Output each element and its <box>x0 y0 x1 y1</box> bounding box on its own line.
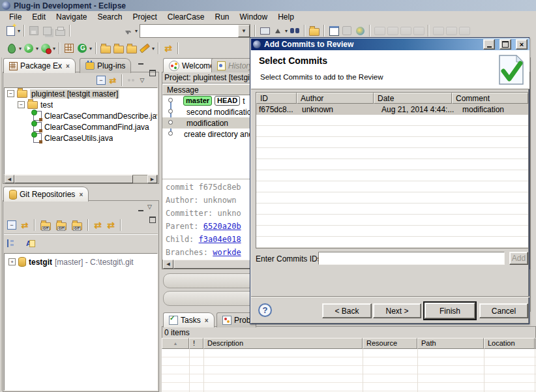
git-collapse-all-button[interactable]: − <box>5 219 18 232</box>
tree-row-plugintest[interactable]: − plugintest [testgit master] <box>5 88 157 99</box>
coverage-caret-icon[interactable]: ▾ <box>53 46 55 52</box>
dialog-titlebar[interactable]: Add Commits to Review × <box>251 38 529 50</box>
hierarchy-layout-button[interactable] <box>5 237 18 250</box>
open-plugin-button[interactable] <box>125 42 138 55</box>
new-window-button[interactable] <box>327 24 340 37</box>
author-column-header[interactable]: Author <box>297 93 374 104</box>
menu-file[interactable]: File <box>4 12 27 22</box>
menu-window[interactable]: Window <box>235 12 273 22</box>
dialog-minimize-button[interactable] <box>483 39 495 50</box>
open-resource-button-2[interactable] <box>112 42 125 55</box>
clearcase-button-1[interactable] <box>373 24 386 37</box>
install-update-button[interactable] <box>121 24 134 37</box>
debug-caret-icon[interactable]: ▾ <box>19 46 22 52</box>
comment-column-header[interactable]: Comment <box>452 93 528 104</box>
menu-run[interactable]: Run <box>210 12 235 22</box>
new-wizard-caret-icon[interactable]: ▾ <box>18 28 20 34</box>
search-caret-icon[interactable]: ▾ <box>152 46 155 52</box>
tree-row-file1[interactable]: ClearCaseCommandDescribe.jav <box>5 110 157 121</box>
tab-package-explorer[interactable]: Package Ex × <box>3 58 76 73</box>
minimize-view-button[interactable] <box>136 206 146 215</box>
child-commit-link[interactable]: f3a04e018 <box>199 235 241 244</box>
toolbar-combo[interactable]: ▼ <box>140 24 250 38</box>
link-with-editor-button[interactable]: ⇄ <box>107 74 119 87</box>
tasks-path-column-header[interactable]: Path <box>417 338 484 349</box>
menu-navigate[interactable]: Navigate <box>51 12 92 22</box>
finish-button[interactable]: Finish <box>424 303 475 319</box>
view-menu-button[interactable]: ▽ <box>147 204 152 210</box>
maximize-view-button[interactable] <box>147 68 158 78</box>
search-pencil-button[interactable] <box>138 42 151 55</box>
create-repository-button[interactable] <box>69 219 85 232</box>
menu-search[interactable]: Search <box>92 12 127 22</box>
run-button[interactable] <box>22 42 35 55</box>
branches-link[interactable]: workde <box>213 248 241 257</box>
scrollbar-thumb[interactable] <box>14 175 133 183</box>
tab-tasks[interactable]: Tasks × <box>163 312 215 327</box>
scroll-left-button[interactable]: ◀ <box>163 260 173 269</box>
tasks-priority-column-header[interactable]: ! <box>189 338 203 349</box>
clearcase-button-2[interactable] <box>386 24 399 37</box>
dialog-close-button[interactable]: × <box>516 39 528 50</box>
tab-plugins[interactable]: Plug-ins <box>80 58 131 73</box>
commit-row-3[interactable]: modification <box>186 117 228 128</box>
team-button[interactable] <box>258 24 271 37</box>
collapse-toggle-icon[interactable]: − <box>7 90 14 97</box>
save-all-button[interactable] <box>40 24 53 37</box>
fetch-push-button[interactable]: ⇄ <box>104 219 117 232</box>
minimize-view-button[interactable] <box>136 59 146 68</box>
next-button[interactable]: Next > <box>373 303 421 318</box>
cancel-button[interactable]: Cancel <box>479 303 528 318</box>
scroll-left-button[interactable]: ◀ <box>5 175 14 183</box>
tree-row-file3[interactable]: ClearCaseUtils.java <box>5 132 157 143</box>
close-icon[interactable]: × <box>205 317 209 324</box>
close-icon[interactable]: × <box>79 191 83 198</box>
junit-button[interactable] <box>63 42 76 55</box>
filters-button[interactable] <box>125 74 137 87</box>
commits-id-input[interactable] <box>318 252 505 265</box>
help-button[interactable]: ? <box>258 303 272 317</box>
collapse-toggle-icon[interactable]: − <box>18 101 25 108</box>
package-explorer-hscrollbar[interactable]: ◀ ▶ <box>4 175 158 183</box>
scrollbar-thumb[interactable] <box>173 260 253 269</box>
sort-alphabetical-button[interactable]: A <box>22 237 35 250</box>
commit-row-2[interactable]: second modification <box>186 106 256 117</box>
search-button[interactable] <box>288 24 301 37</box>
synchronize-button[interactable]: ⇄ <box>162 42 175 55</box>
tree-row-file2[interactable]: ClearCaseCommandFind.java <box>5 121 157 132</box>
gwt-caret-icon[interactable]: ▾ <box>89 46 92 52</box>
menu-project[interactable]: Project <box>127 12 162 22</box>
view-menu-button[interactable]: ▽ <box>137 74 147 87</box>
tasks-description-column-header[interactable]: Description <box>203 338 363 349</box>
menu-edit[interactable]: Edit <box>27 12 51 22</box>
clearcase-button-7[interactable] <box>458 24 471 37</box>
clearcase-button-3[interactable] <box>399 24 412 37</box>
add-repository-button[interactable] <box>38 219 53 232</box>
maximize-view-button[interactable] <box>147 215 158 224</box>
scroll-right-button[interactable]: ▶ <box>147 175 157 183</box>
tasks-sort-column-header[interactable]: ▲ <box>162 338 189 349</box>
commit-row-4[interactable]: create directory and <box>184 128 253 140</box>
gwt-compile-button[interactable] <box>76 42 89 55</box>
combo-dropdown-button[interactable]: ▼ <box>238 25 250 37</box>
navigate-caret-icon[interactable]: ▾ <box>285 28 288 34</box>
collapse-all-button[interactable]: − <box>95 74 107 87</box>
debug-button[interactable] <box>5 42 18 55</box>
tree-row-test[interactable]: − test <box>5 99 157 110</box>
new-wizard-button[interactable] <box>4 24 17 37</box>
tree-row-testgit[interactable]: + testgit [master] - C:\testgit\.git <box>5 256 157 267</box>
tab-git-repositories[interactable]: Git Repositories × <box>3 187 89 202</box>
coverage-button[interactable] <box>39 42 52 55</box>
commit-table-row[interactable]: f675dc8... unknown Aug 21, 2014 4:44:...… <box>256 104 528 115</box>
java-element-button[interactable] <box>340 24 353 37</box>
menu-help[interactable]: Help <box>273 12 299 22</box>
open-resource-button[interactable] <box>308 24 321 37</box>
save-button[interactable] <box>27 24 40 37</box>
clone-repository-button[interactable] <box>53 219 69 232</box>
date-column-header[interactable]: Date <box>374 93 452 104</box>
tasks-location-column-header[interactable]: Location <box>484 338 535 349</box>
print-button[interactable] <box>53 24 67 37</box>
add-button[interactable]: Add <box>509 252 528 265</box>
menu-clearcase[interactable]: ClearCase <box>162 12 210 22</box>
git-link-button[interactable]: ⇄ <box>18 219 31 232</box>
